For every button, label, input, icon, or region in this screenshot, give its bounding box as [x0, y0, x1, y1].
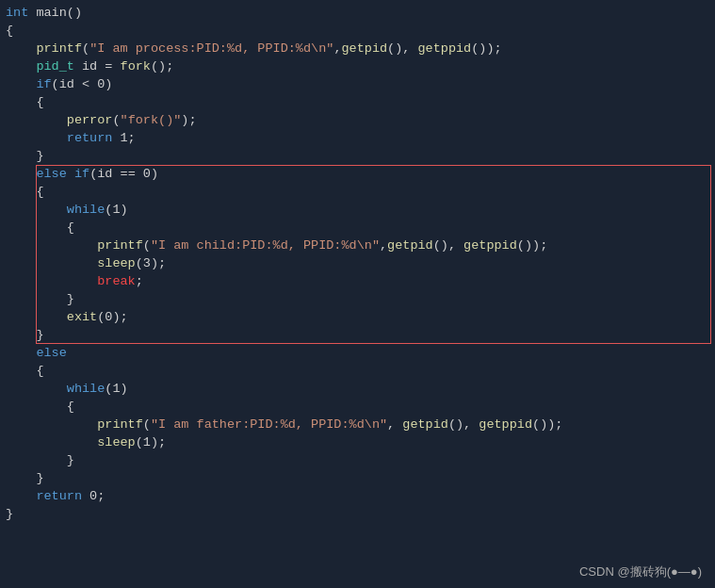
code-line: printf("I am process:PID:%d, PPID:%d\n",… [6, 40, 709, 57]
code-token: "I am process:PID:%d, PPID:%d\n" [89, 40, 333, 57]
code-token: (0); [97, 308, 127, 326]
code-token: { [6, 219, 74, 237]
code-token [6, 433, 97, 451]
code-editor: int main(){ printf("I am process:PID:%d,… [0, 0, 715, 527]
code-token [6, 380, 67, 398]
code-line: int main() [6, 4, 709, 22]
code-token: 1; [112, 129, 135, 147]
code-token: } [6, 469, 44, 487]
code-token: printf [97, 237, 143, 254]
code-token: { [6, 93, 44, 111]
code-token: "I am father:PID:%d, PPID:%d\n" [151, 416, 387, 433]
code-token: perror [67, 111, 113, 129]
code-token: (); [151, 57, 173, 75]
code-token: (1); [136, 433, 166, 451]
code-line: printf("I am father:PID:%d, PPID:%d\n", … [6, 416, 709, 433]
code-line: exit(0); [6, 308, 709, 326]
code-token: } [6, 326, 44, 344]
code-token [6, 272, 97, 290]
code-token: fork [121, 57, 151, 75]
code-token: id = [74, 57, 121, 75]
code-token: ()); [517, 237, 547, 254]
code-token: (1) [105, 380, 127, 398]
code-token: getppid [463, 237, 517, 254]
code-token: else [36, 344, 66, 362]
code-line: if(id < 0) [6, 75, 709, 93]
code-token: ); [181, 111, 196, 129]
code-token: { [6, 183, 44, 201]
code-token [6, 75, 36, 93]
code-line: { [6, 93, 709, 111]
code-line: } [6, 451, 709, 469]
code-token: printf [97, 416, 143, 433]
code-token: } [6, 505, 13, 523]
code-token: (), [387, 40, 417, 57]
code-line: else if(id == 0) [6, 165, 709, 183]
code-line: return 1; [6, 129, 709, 147]
code-token: , [333, 40, 341, 57]
code-line: } [6, 469, 709, 487]
code-token [6, 308, 67, 326]
code-token: main() [28, 4, 82, 22]
code-token [6, 165, 36, 183]
code-token [6, 487, 36, 505]
code-token: sleep [97, 254, 136, 272]
code-token: (id < 0) [52, 75, 113, 93]
code-token: (id == 0) [89, 165, 158, 183]
code-token: { [6, 362, 44, 380]
code-token: (1) [105, 201, 127, 219]
code-token: ( [82, 40, 89, 57]
code-token: exit [67, 308, 97, 326]
code-token [6, 57, 36, 75]
code-token: getpid [387, 237, 433, 254]
code-token: while [67, 201, 106, 219]
code-token: } [6, 290, 74, 308]
code-token: } [6, 147, 44, 165]
code-line: sleep(1); [6, 433, 709, 451]
code-token: ()); [532, 416, 562, 433]
code-line: printf("I am child:PID:%d, PPID:%d\n",ge… [6, 237, 709, 254]
code-line: return 0; [6, 487, 709, 505]
code-token: , [380, 237, 387, 254]
code-token: return [67, 129, 113, 147]
code-token [6, 254, 97, 272]
code-token [6, 344, 36, 362]
code-line: } [6, 290, 709, 308]
code-token: else [36, 165, 74, 183]
code-token: ()); [471, 40, 501, 57]
code-token: if [36, 75, 51, 93]
watermark: CSDN @搬砖狗(●—●) [579, 564, 702, 580]
code-token: getppid [479, 416, 532, 433]
code-token: sleep [97, 433, 136, 451]
code-token: (), [448, 416, 479, 433]
code-token: ; [136, 272, 143, 290]
code-line: while(1) [6, 380, 709, 398]
code-line: while(1) [6, 201, 709, 219]
code-token: getppid [418, 40, 472, 57]
code-token: } [6, 451, 74, 469]
code-line: { [6, 398, 709, 416]
code-token: break [97, 272, 136, 290]
code-token: int [6, 4, 28, 22]
code-token: { [6, 22, 13, 40]
code-token: ( [143, 237, 151, 254]
code-token: "I am child:PID:%d, PPID:%d\n" [151, 237, 380, 254]
code-token [6, 111, 67, 129]
code-token: printf [36, 40, 82, 57]
code-line: pid_t id = fork(); [6, 57, 709, 75]
code-line: } [6, 505, 709, 523]
code-token: while [67, 380, 106, 398]
code-line: } [6, 147, 709, 165]
code-token [6, 237, 97, 254]
code-token: if [74, 165, 89, 183]
code-line: sleep(3); [6, 254, 709, 272]
code-line: else [6, 344, 709, 362]
code-token: pid_t [36, 57, 74, 75]
code-token: return [36, 487, 82, 505]
code-token: ( [112, 111, 120, 129]
code-line: break; [6, 272, 709, 290]
code-line: perror("fork()"); [6, 111, 709, 129]
code-token: "fork()" [121, 111, 182, 129]
code-token [6, 201, 67, 219]
code-token: , [387, 416, 402, 433]
